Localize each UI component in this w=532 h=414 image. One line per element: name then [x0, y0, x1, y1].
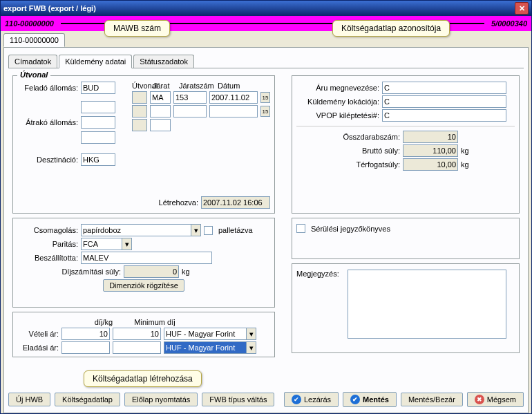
- elolap-button[interactable]: Előlap nyomtatás: [124, 393, 198, 406]
- kg-label-1: kg: [182, 267, 190, 276]
- veteli-min-input[interactable]: [113, 328, 161, 340]
- jarat-col-label: Járat: [153, 82, 176, 90]
- veteli-dij-input[interactable]: [61, 328, 110, 340]
- terf-label: Térfogatsúly:: [296, 160, 400, 169]
- lezaras-button[interactable]: Lezárás: [284, 392, 339, 407]
- atrako2-input[interactable]: [81, 116, 115, 129]
- serules-checkbox[interactable]: [296, 224, 305, 233]
- titlebar: export FWB (export / légi) ✕: [1, 1, 531, 16]
- megj-textarea[interactable]: [348, 270, 506, 339]
- tab-cimadatok[interactable]: Címadatok: [8, 55, 57, 68]
- paritas-select[interactable]: [81, 238, 122, 250]
- mentes-bezar-button[interactable]: Mentés/Bezár: [401, 393, 463, 406]
- mawb-number: 110-00000000: [5, 19, 54, 28]
- pallet-label: palletázva: [218, 226, 253, 234]
- utvonal-ro-1: [132, 91, 147, 104]
- outer-tab-body: Címadatok Küldemény adatai Státuszadatok…: [3, 47, 529, 413]
- dijkg-label: díj/kg: [79, 318, 128, 326]
- callout-costsheet: Költségadatlap azonosítója: [332, 20, 450, 37]
- tab-statusz[interactable]: Státuszadatok: [133, 55, 194, 68]
- uj-hwb-button[interactable]: Új HWB: [8, 393, 50, 406]
- mindij-label: Minimum díj: [131, 318, 179, 326]
- chevron-down-icon-3[interactable]: ▾: [247, 328, 256, 340]
- aru-input[interactable]: [382, 82, 506, 94]
- atrako1-input[interactable]: [81, 101, 115, 113]
- pallet-checkbox[interactable]: [204, 226, 213, 235]
- vpop-label: VPOP kiléptetési#:: [296, 111, 379, 120]
- kg-label-3: kg: [461, 160, 469, 169]
- darab-label: Összdarabszám:: [296, 133, 400, 141]
- datum-input[interactable]: [209, 91, 258, 104]
- csomagolas-label: Csomagolás:: [17, 226, 78, 234]
- datum-col-label: Dátum: [218, 82, 240, 90]
- window-title: export FWB (export / légi): [3, 4, 96, 12]
- dimenziok-button[interactable]: Dimenziók rögzítése: [103, 279, 184, 292]
- eladasi-curr-select[interactable]: [164, 341, 247, 354]
- atrako3-input[interactable]: [81, 131, 115, 144]
- dijsuly-input: [124, 265, 179, 278]
- main-window: export FWB (export / légi) ✕ 110-0000000…: [0, 0, 532, 414]
- mentes-button[interactable]: Mentés: [343, 392, 397, 407]
- costsheet-id: 5/0000340: [491, 19, 527, 28]
- lokacio-label: Küldemény lokációja:: [296, 97, 379, 106]
- vpop-input[interactable]: [382, 109, 506, 122]
- content-area: 110-00000000 Címadatok Küldemény adatai …: [1, 31, 531, 413]
- felado-input[interactable]: [81, 82, 115, 94]
- deszt-input[interactable]: [81, 153, 115, 166]
- beszall-label: Beszállította:: [17, 254, 78, 262]
- utvonal-ro-2: [132, 105, 147, 117]
- veteli-curr-select[interactable]: [164, 328, 247, 340]
- felado-label: Feladó állomás:: [17, 84, 78, 92]
- fwb-button[interactable]: FWB típus váltás: [202, 393, 274, 406]
- jaratszam-input-2[interactable]: [173, 105, 207, 117]
- utvonal-ro-3: [132, 119, 147, 131]
- serules-label: Sérülési jegyzőkönyves: [311, 225, 390, 233]
- atrako-label: Átrakó állomás:: [17, 118, 78, 126]
- utvonal-col-label: Útvonal: [132, 82, 150, 90]
- jaratszam-col-label: Járatszám: [179, 82, 215, 90]
- paritas-label: Paritás:: [17, 240, 78, 248]
- megsem-button[interactable]: Mégsem: [467, 392, 524, 407]
- eladasi-label: Eladási ár:: [17, 344, 59, 352]
- jarat-input[interactable]: [150, 91, 171, 104]
- calendar-icon-1[interactable]: 15: [260, 92, 270, 103]
- veteli-label: Vételi ár:: [17, 330, 59, 338]
- kg-label-2: kg: [461, 147, 469, 155]
- callout-create: Költségadatlap létrehozása: [84, 370, 202, 387]
- deszt-label: Desztináció:: [17, 156, 78, 164]
- dijsuly-label: Díjszámítási súly:: [17, 267, 121, 276]
- lokacio-input[interactable]: [382, 95, 506, 108]
- tab-kuldemeny[interactable]: Küldemény adatai: [59, 55, 132, 68]
- koltsegadatlap-button[interactable]: Költségadatlap: [55, 393, 120, 406]
- brutto-value: [403, 144, 458, 157]
- terf-value: [403, 158, 458, 171]
- eladasi-dij-input[interactable]: [61, 341, 110, 354]
- outer-tab[interactable]: 110-00000000: [3, 33, 65, 47]
- jaratszam-input[interactable]: [173, 91, 207, 104]
- calendar-icon-2[interactable]: 15: [260, 106, 270, 117]
- chevron-down-icon[interactable]: ▾: [191, 224, 201, 236]
- callout-mawb: MAWB szám: [104, 20, 170, 37]
- chevron-down-icon-4[interactable]: ▾: [247, 341, 256, 354]
- aru-label: Áru megnevezése:: [296, 84, 379, 92]
- brutto-label: Bruttó súly:: [296, 147, 400, 155]
- bottom-toolbar: Új HWB Költségadatlap Előlap nyomtatás F…: [8, 392, 524, 407]
- jarat-input-3[interactable]: [150, 119, 171, 131]
- letrehozva-value: [201, 196, 270, 209]
- letrehozva-label: Létrehozva:: [159, 198, 198, 207]
- csomagolas-select[interactable]: [81, 224, 191, 236]
- megj-label: Megjegyzés:: [296, 270, 345, 278]
- close-icon[interactable]: ✕: [515, 2, 529, 15]
- datum-input-2[interactable]: [209, 105, 258, 117]
- utvonal-title: Útvonal: [17, 70, 50, 79]
- darab-value: [403, 131, 458, 143]
- header-bar: 110-00000000 5/0000340: [1, 16, 531, 31]
- beszall-input[interactable]: [81, 252, 212, 264]
- chevron-down-icon-2[interactable]: ▾: [122, 238, 132, 250]
- eladasi-min-input[interactable]: [113, 341, 161, 354]
- jarat-input-2[interactable]: [150, 105, 171, 117]
